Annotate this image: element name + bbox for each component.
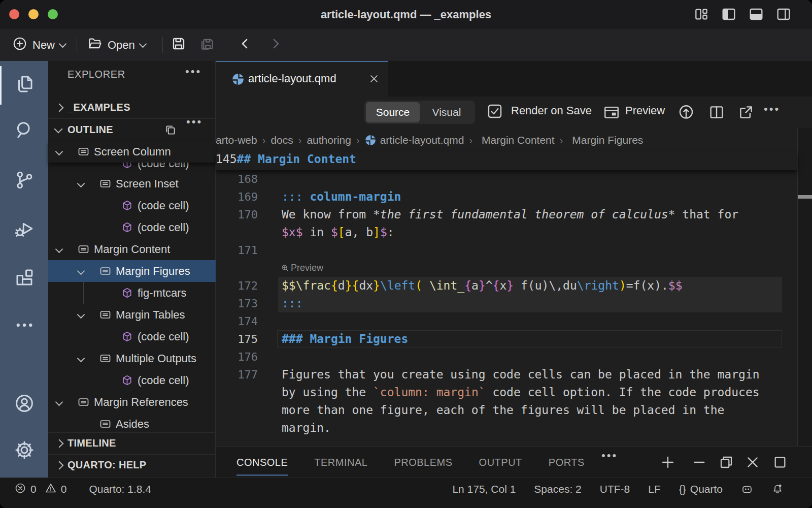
- chevron-down-icon[interactable]: [77, 311, 85, 319]
- language-mode-status[interactable]: {} Quarto: [679, 483, 723, 495]
- open-button[interactable]: Open: [87, 29, 146, 61]
- explorer-more-actions-icon[interactable]: •••: [185, 65, 201, 78]
- code-line-172[interactable]: 172$$\frac{d}{dx}\left( \int_{a}^{x} f(u…: [216, 277, 797, 295]
- preview-icon[interactable]: [603, 104, 620, 123]
- code-line-wrap[interactable]: $x$ in $[a, b]$:: [216, 224, 797, 241]
- code-line-177[interactable]: 177Figures that you create using code ce…: [216, 366, 797, 384]
- outline-row-screen-column[interactable]: Screen Column: [48, 141, 216, 163]
- outline-section-header[interactable]: OUTLINE •••: [48, 119, 216, 141]
- codelens-preview-button[interactable]: Preview: [281, 259, 323, 277]
- outline-row--code-cell-[interactable]: (code cell): [48, 216, 216, 238]
- code-line-wrap[interactable]: by using the `column: margin` code cell …: [216, 384, 797, 401]
- chevron-down-icon[interactable]: [77, 180, 85, 188]
- panel-plus-icon[interactable]: [660, 454, 676, 472]
- sidebar-item-run-debug[interactable]: [0, 207, 48, 252]
- panel-tab-console[interactable]: CONSOLE: [236, 447, 288, 478]
- account-icon[interactable]: [0, 382, 48, 427]
- save-all-button[interactable]: [199, 29, 215, 61]
- chevron-down-icon[interactable]: [55, 398, 63, 406]
- breadcrumb-item[interactable]: arto-web: [216, 134, 257, 146]
- code-line-170[interactable]: 170We know from *the first fundamental t…: [216, 206, 797, 224]
- outline-row-screen-inset[interactable]: Screen Inset: [48, 173, 216, 195]
- customize-layout-icon[interactable]: [693, 6, 709, 24]
- sidebar-item-source-control[interactable]: [0, 158, 48, 203]
- outline-row-fig-mtcars[interactable]: fig-mtcars: [48, 282, 216, 304]
- code-line-171[interactable]: 171: [216, 241, 797, 259]
- outline-row-asides[interactable]: Asides: [48, 413, 216, 435]
- eol-status[interactable]: LF: [648, 483, 661, 495]
- timeline-section-header[interactable]: TIMELINE: [48, 432, 216, 454]
- chevron-down-icon[interactable]: [77, 355, 85, 363]
- code-line-wrap[interactable]: margin.: [216, 419, 797, 437]
- collapse-all-icon[interactable]: [164, 123, 177, 139]
- panel-close-icon[interactable]: [745, 454, 761, 472]
- outline-row-margin-tables[interactable]: Margin Tables: [48, 304, 216, 326]
- split-editor-icon[interactable]: [708, 104, 725, 123]
- close-tab-icon[interactable]: [368, 73, 380, 87]
- sidebar-item-extensions[interactable]: [0, 256, 48, 301]
- save-button[interactable]: [171, 29, 187, 61]
- outline-row-margin-references[interactable]: Margin References: [48, 391, 216, 413]
- sticky-code-line[interactable]: 145## Margin Content: [216, 152, 797, 170]
- outline-row-multiple-outputs[interactable]: Multiple Outputs: [48, 347, 216, 369]
- outline-more-actions-icon[interactable]: •••: [186, 115, 202, 129]
- encoding-status[interactable]: UTF-8: [600, 483, 630, 495]
- panel-minimize-icon[interactable]: [691, 454, 707, 472]
- navigate-back-button[interactable]: [238, 29, 253, 61]
- breadcrumb-item[interactable]: Margin Figures: [568, 134, 643, 146]
- panel-tab-output[interactable]: OUTPUT: [479, 447, 522, 478]
- sidebar-item-search[interactable]: [0, 109, 48, 153]
- toggle-left-sidebar-icon[interactable]: [721, 6, 737, 24]
- toggle-right-sidebar-icon[interactable]: [775, 6, 792, 24]
- code-line-173[interactable]: 173:::: [216, 295, 797, 312]
- editor-scrollbar[interactable]: [797, 128, 812, 446]
- preview-button[interactable]: Preview: [625, 104, 665, 117]
- panel-tab-problems[interactable]: PROBLEMS: [394, 447, 452, 478]
- copilot-icon[interactable]: [741, 483, 753, 495]
- outline-row-margin-figures[interactable]: Margin Figures: [48, 260, 216, 282]
- sidebar-item-explorer[interactable]: [0, 63, 48, 108]
- outline-row--code-cell-[interactable]: (code cell): [48, 326, 216, 347]
- panel-restore-icon[interactable]: [718, 454, 734, 472]
- settings-gear-icon[interactable]: [0, 429, 48, 473]
- code-line-175[interactable]: 175### Margin Figures: [216, 330, 797, 348]
- indentation-status[interactable]: Spaces: 2: [534, 483, 581, 495]
- tab-article-layout[interactable]: article-layout.qmd: [216, 61, 388, 97]
- outline-row--code-cell-[interactable]: (code cell): [48, 195, 216, 216]
- chevron-down-icon[interactable]: [55, 148, 63, 156]
- panel-maximize-icon[interactable]: [772, 454, 788, 472]
- chevron-down-icon[interactable]: [77, 267, 85, 275]
- toggle-bottom-panel-icon[interactable]: [748, 6, 764, 24]
- breadcrumb-item[interactable]: article-layout.qmd: [365, 134, 464, 146]
- breadcrumb-item[interactable]: authoring: [307, 134, 351, 146]
- notifications-bell-icon[interactable]: [771, 483, 784, 495]
- code-line-176[interactable]: 176: [216, 348, 797, 366]
- mode-source-button[interactable]: Source: [366, 102, 420, 122]
- code-line-169[interactable]: 169::: column-margin: [216, 188, 797, 206]
- scrollbar-thumb[interactable]: [798, 195, 812, 199]
- outline-row--code-cell-[interactable]: (code cell): [48, 369, 216, 391]
- render-on-save-checkbox[interactable]: [486, 103, 503, 122]
- chevron-down-icon[interactable]: [55, 245, 63, 253]
- editor-more-actions-icon[interactable]: •••: [764, 103, 780, 116]
- problems-status[interactable]: 0 0: [14, 482, 66, 497]
- quarto-version-status[interactable]: Quarto: 1.8.4: [89, 483, 151, 495]
- navigate-forward-button[interactable]: [268, 29, 283, 61]
- publish-icon[interactable]: [678, 104, 695, 123]
- panel-more-tabs-icon[interactable]: •••: [601, 449, 618, 462]
- panel-tab-ports[interactable]: PORTS: [549, 447, 585, 478]
- quarto-help-section-header[interactable]: QUARTO: HELP: [48, 454, 216, 476]
- code-line-168[interactable]: 168: [216, 170, 797, 188]
- code-line-wrap[interactable]: more than one figure, each of the figure…: [216, 401, 797, 419]
- code-line-174[interactable]: 174: [216, 312, 797, 330]
- breadcrumb-item[interactable]: docs: [270, 134, 293, 146]
- open-external-icon[interactable]: [737, 104, 755, 123]
- breadcrumb-item[interactable]: Margin Content: [478, 134, 555, 146]
- cursor-position-status[interactable]: Ln 175, Col 1: [452, 483, 516, 495]
- mode-visual-button[interactable]: Visual: [420, 102, 473, 122]
- outline-row-margin-content[interactable]: Margin Content: [48, 238, 216, 260]
- new-button[interactable]: New: [12, 29, 65, 61]
- panel-tab-terminal[interactable]: TERMINAL: [314, 447, 367, 478]
- code-line-wrap[interactable]: Preview: [216, 259, 797, 277]
- more-actions-icon[interactable]: [0, 304, 48, 348]
